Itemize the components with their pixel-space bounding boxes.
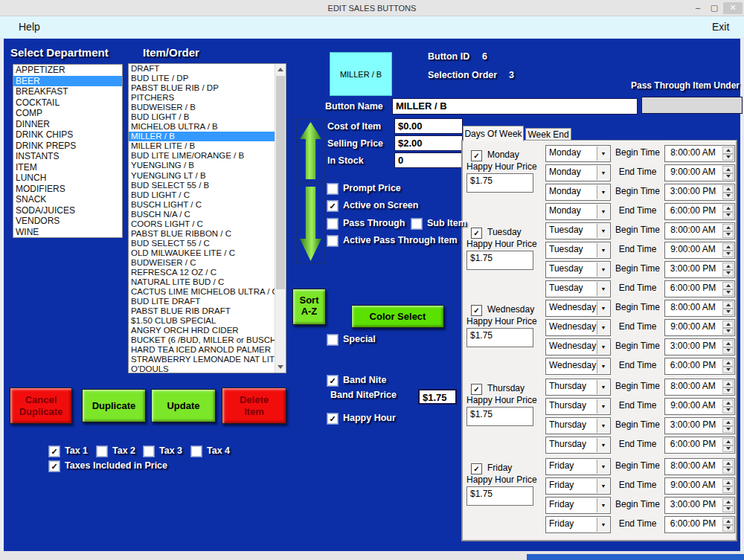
list-item[interactable]: CACTUS LIME MICHELOB ULTRA / C <box>129 287 277 297</box>
spin-down-icon[interactable] <box>722 486 734 494</box>
time-spinner[interactable]: 8:00:00 AM <box>664 300 735 317</box>
list-item[interactable]: DINNER <box>13 119 122 130</box>
spin-up-icon[interactable] <box>722 243 734 251</box>
list-item[interactable]: BUD LITE DRAFT <box>129 297 277 306</box>
list-item[interactable]: BEER <box>13 76 122 87</box>
chevron-down-icon[interactable]: ▼ <box>597 438 609 452</box>
list-item[interactable]: INSTANTS <box>13 151 122 162</box>
day-dropdown[interactable]: Friday▼ <box>545 458 611 475</box>
list-item[interactable]: HARD TEA ICED ARNOLD PALMER <box>129 345 277 355</box>
spin-up-icon[interactable] <box>722 399 734 407</box>
scrollbar-thumb[interactable] <box>276 76 285 289</box>
spin-down-icon[interactable] <box>722 193 734 200</box>
chevron-down-icon[interactable]: ▼ <box>597 185 609 199</box>
chevron-down-icon[interactable]: ▼ <box>597 301 609 315</box>
list-item[interactable]: ITEM <box>13 162 122 173</box>
time-spinner[interactable]: 6:00:00 PM <box>664 358 735 375</box>
spin-up-icon[interactable] <box>722 340 734 347</box>
spin-up-icon[interactable] <box>722 147 734 154</box>
list-item[interactable]: BUD SELECT 55 / B <box>129 181 277 190</box>
list-item[interactable]: DRINK CHIPS <box>13 129 122 141</box>
time-spinner[interactable]: 9:00:00 AM <box>664 242 735 259</box>
spin-up-icon[interactable] <box>722 282 734 289</box>
spin-down-icon[interactable] <box>722 154 734 161</box>
day-dropdown[interactable]: Tuesday▼ <box>545 280 611 297</box>
chevron-down-icon[interactable]: ▼ <box>597 205 609 219</box>
spin-up-icon[interactable] <box>722 498 734 506</box>
time-spinner[interactable]: 6:00:00 PM <box>664 203 735 220</box>
list-item[interactable]: ANGRY ORCH HRD CIDER <box>129 326 277 335</box>
spin-up-icon[interactable] <box>722 518 734 525</box>
spin-down-icon[interactable] <box>722 467 734 474</box>
day-dropdown[interactable]: Monday▼ <box>545 145 611 162</box>
list-item[interactable]: COORS LIGHT / C <box>129 219 277 229</box>
scroll-up-icon[interactable] <box>275 64 286 75</box>
list-item[interactable]: PABST BLUE RIB DRAFT <box>129 306 277 316</box>
spin-down-icon[interactable] <box>722 231 734 239</box>
list-item[interactable]: APPETIZER <box>13 65 122 76</box>
list-item[interactable]: BUD LITE / DP <box>129 74 277 83</box>
list-item[interactable]: VENDORS <box>13 216 122 227</box>
happy-hour-checkbox[interactable]: ✓ <box>327 413 338 424</box>
time-spinner[interactable]: 6:00:00 PM <box>664 516 735 533</box>
list-item[interactable]: MODIFIERS <box>13 184 122 195</box>
spin-down-icon[interactable] <box>722 426 734 434</box>
time-spinner[interactable]: 8:00:00 AM <box>664 379 735 396</box>
spin-up-icon[interactable] <box>722 419 734 426</box>
close-button[interactable]: ✕ <box>723 2 743 14</box>
chevron-down-icon[interactable]: ▼ <box>597 282 609 296</box>
day-dropdown[interactable]: Monday▼ <box>545 184 611 201</box>
list-item[interactable]: STRAWBERRY LEMONADE NAT LITE <box>129 355 277 364</box>
tab-week-end[interactable]: Week End <box>525 128 571 141</box>
band-nite-checkbox[interactable]: ✓ <box>327 376 338 386</box>
maximize-button[interactable]: ▢ <box>707 2 722 14</box>
list-item[interactable]: $1.50 CLUB SPECIAL <box>129 316 277 326</box>
chevron-down-icon[interactable]: ▼ <box>597 419 609 433</box>
day-checkbox[interactable]: ✓ <box>471 228 482 239</box>
list-item[interactable]: BUD SELECT 55 / C <box>129 239 277 248</box>
list-item[interactable]: NATURAL LITE BUD / C <box>129 277 277 287</box>
list-item[interactable]: BREAKFAST <box>13 86 122 97</box>
list-item[interactable]: LUNCH <box>13 173 122 184</box>
day-dropdown[interactable]: Wednesday▼ <box>545 338 611 355</box>
spin-up-icon[interactable] <box>722 205 734 212</box>
time-spinner[interactable]: 6:00:00 PM <box>664 437 735 454</box>
spin-down-icon[interactable] <box>722 347 734 355</box>
spin-up-icon[interactable] <box>722 166 734 173</box>
day-checkbox[interactable]: ✓ <box>471 463 482 474</box>
in-stock-field[interactable]: 0 <box>394 152 463 168</box>
time-spinner[interactable]: 3:00:00 PM <box>664 497 735 514</box>
list-item[interactable]: SODA/JUICES <box>13 205 122 216</box>
spin-up-icon[interactable] <box>722 185 734 193</box>
taxes-included-checkbox[interactable]: ✓ <box>49 461 60 472</box>
chevron-down-icon[interactable]: ▼ <box>597 321 609 335</box>
time-spinner[interactable]: 8:00:00 AM <box>664 222 735 239</box>
spin-up-icon[interactable] <box>722 224 734 231</box>
day-dropdown[interactable]: Friday▼ <box>545 477 611 495</box>
spin-down-icon[interactable] <box>722 387 734 395</box>
list-item[interactable]: MILLER LITE / B <box>129 141 277 151</box>
day-dropdown[interactable]: Friday▼ <box>545 497 611 514</box>
list-item[interactable]: DRINK PREPS <box>13 141 122 152</box>
spin-down-icon[interactable] <box>722 407 734 414</box>
time-spinner[interactable]: 3:00:00 PM <box>664 417 735 434</box>
day-dropdown[interactable]: Thursday▼ <box>545 379 611 396</box>
tax-4-checkbox[interactable] <box>191 446 202 457</box>
happy-hour-price-field[interactable]: $1.75 <box>466 173 533 193</box>
time-spinner[interactable]: 9:00:00 AM <box>664 164 735 181</box>
spin-down-icon[interactable] <box>722 309 734 316</box>
time-spinner[interactable]: 8:00:00 AM <box>664 145 735 162</box>
time-spinner[interactable]: 9:00:00 AM <box>664 477 735 495</box>
spin-up-icon[interactable] <box>722 438 734 445</box>
delete-item-button[interactable]: DeleteItem <box>222 387 286 424</box>
move-down-button[interactable] <box>296 184 325 264</box>
day-dropdown[interactable]: Wednesday▼ <box>545 319 611 336</box>
list-item[interactable]: MICHELOB ULTRA / B <box>129 122 277 132</box>
spin-up-icon[interactable] <box>722 321 734 328</box>
chevron-down-icon[interactable]: ▼ <box>597 498 609 512</box>
day-dropdown[interactable]: Monday▼ <box>545 203 611 220</box>
day-checkbox[interactable]: ✓ <box>471 384 482 395</box>
item-list-scrollbar[interactable] <box>275 64 286 373</box>
duplicate-button[interactable]: Duplicate <box>82 389 146 422</box>
day-dropdown[interactable]: Thursday▼ <box>545 417 611 434</box>
